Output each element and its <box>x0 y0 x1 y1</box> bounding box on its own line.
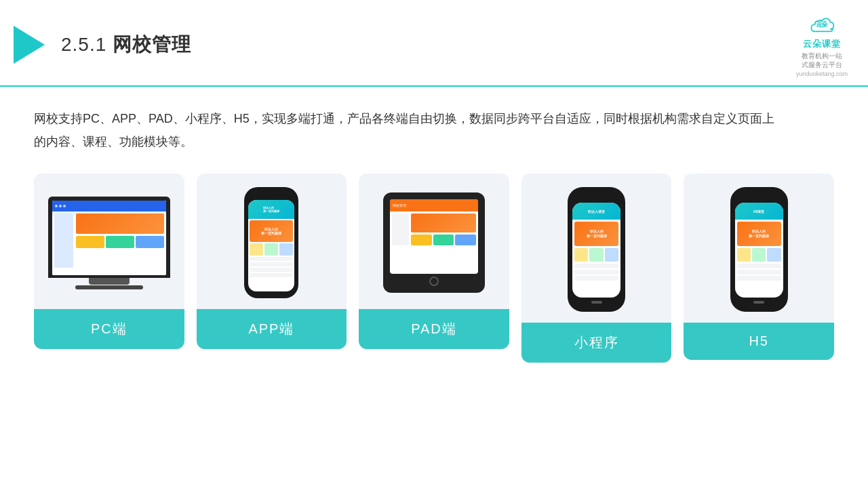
mini-phone-outer: 职达人课堂 职达人的第一堂判题课 <box>568 187 625 312</box>
main-content: 网校支持PC、APP、PAD、小程序、H5，实现多端打通，产品各终端自由切换，数… <box>0 87 868 376</box>
h5-phone-home-indicator <box>753 301 764 304</box>
device-card-pc: PC端 <box>34 174 184 349</box>
mini-phone-grid <box>574 248 618 262</box>
mini-phone-list-item <box>574 270 618 274</box>
device-cards-container: PC端 职达人的第一堂判题课 职达人的第一堂判题课 <box>34 174 834 363</box>
h5-phone-outer: H5课堂 职达人的第一堂判题课 <box>730 187 788 312</box>
pad-image-area: 网校管理 <box>359 174 509 309</box>
tablet-top-text: 网校管理 <box>393 203 475 207</box>
pc-dot <box>59 205 62 207</box>
tablet-top-bar: 网校管理 <box>390 199 478 211</box>
device-card-h5: H5课堂 职达人的第一堂判题课 <box>684 174 834 360</box>
h5-phone-list-item <box>737 270 781 274</box>
app-phone-mockup: 职达人的第一堂判题课 职达人的第一堂判题课 <box>244 187 298 298</box>
h5-phone-grid-item <box>767 248 781 262</box>
phone-screen-content: 职达人的第一堂判题课 <box>248 219 294 280</box>
phone-list-item <box>250 268 293 272</box>
pc-base <box>75 285 143 289</box>
tablet-body <box>390 211 478 247</box>
mini-phone-home-indicator <box>591 301 602 304</box>
logo-triangle-icon <box>14 26 45 64</box>
mini-phone-list <box>574 264 618 281</box>
description-text: 网校支持PC、APP、PAD、小程序、H5，实现多端打通，产品各终端自由切换，数… <box>34 107 780 153</box>
pc-card <box>76 236 104 248</box>
device-label-miniprogram: 小程序 <box>521 323 672 363</box>
phone-banner: 职达人的第一堂判题课 <box>250 220 293 242</box>
phone-list-item <box>250 257 293 261</box>
phone-banner-text: 职达人的第一堂判题课 <box>261 227 281 236</box>
miniprogram-phone-mockup: 职达人课堂 职达人的第一堂判题课 <box>568 187 625 312</box>
cloud-svg-icon: 云朵 <box>804 12 840 37</box>
mini-phone-top: 职达人课堂 <box>572 203 620 220</box>
h5-phone-banner: 职达人的第一堂判题课 <box>737 222 781 246</box>
page-title: 2.5.1 网校管理 <box>61 32 191 58</box>
h5-phone-top: H5课堂 <box>735 203 783 220</box>
brand-url: yunduoketang.com <box>796 70 848 77</box>
tablet-banner <box>411 214 476 232</box>
device-card-app: 职达人的第一堂判题课 职达人的第一堂判题课 <box>197 174 347 349</box>
mini-phone-banner: 职达人的第一堂判题课 <box>574 222 618 246</box>
pc-dot <box>63 205 66 207</box>
phone-screen-top: 职达人的第一堂判题课 <box>248 200 294 219</box>
pc-image-area <box>34 174 184 309</box>
h5-phone-mockup: H5课堂 职达人的第一堂判题课 <box>730 187 788 312</box>
device-card-miniprogram: 职达人课堂 职达人的第一堂判题课 <box>521 174 672 363</box>
phone-grid <box>250 243 293 256</box>
page-header: 2.5.1 网校管理 云朵 云朵课堂 教育机构一站 式服务云平台 yunduok… <box>0 0 868 87</box>
pc-card <box>136 236 164 248</box>
mini-phone-notch <box>589 195 605 199</box>
svg-text:云朵: 云朵 <box>816 21 829 28</box>
h5-phone-notch <box>751 195 767 199</box>
phone-notch <box>264 194 279 197</box>
mini-phone-list-item <box>574 276 618 281</box>
tablet-mockup: 网校管理 <box>383 192 485 293</box>
mini-phone-screen: 职达人课堂 职达人的第一堂判题课 <box>572 203 620 298</box>
h5-phone-grid-item <box>737 248 751 262</box>
phone-grid-item <box>279 243 293 256</box>
h5-phone-grid-item <box>752 248 766 262</box>
tablet-main <box>411 214 476 245</box>
mini-phone-grid-item <box>589 248 603 262</box>
device-label-pad: PAD端 <box>359 309 509 349</box>
device-card-pad: 网校管理 <box>359 174 509 349</box>
phone-list-item <box>250 273 293 277</box>
mini-phone-grid-item <box>574 248 588 262</box>
pc-main-area <box>76 214 164 268</box>
app-image-area: 职达人的第一堂判题课 职达人的第一堂判题课 <box>197 174 347 309</box>
device-label-app: APP端 <box>197 309 347 349</box>
mini-phone-body: 职达人的第一堂判题课 <box>572 220 620 283</box>
tablet-card <box>433 235 454 245</box>
brand-logo: 云朵 云朵课堂 教育机构一站 式服务云平台 yunduoketang.com <box>796 12 848 77</box>
pc-body-content <box>52 211 166 270</box>
device-label-h5: H5 <box>684 323 834 360</box>
brand-name: 云朵课堂 <box>803 38 841 50</box>
phone-list-item <box>250 262 293 266</box>
pc-stand <box>89 278 130 285</box>
phone-outer: 职达人的第一堂判题课 职达人的第一堂判题课 <box>244 187 298 298</box>
phone-grid-item <box>264 243 278 256</box>
h5-phone-list-item <box>737 264 781 268</box>
miniprogram-image-area: 职达人课堂 职达人的第一堂判题课 <box>521 174 672 323</box>
h5-phone-screen: H5课堂 职达人的第一堂判题课 <box>735 203 783 298</box>
h5-phone-list-item <box>737 276 781 281</box>
brand-slogan: 教育机构一站 式服务云平台 <box>802 52 842 69</box>
tablet-card <box>455 235 476 245</box>
tablet-outer: 网校管理 <box>383 192 485 293</box>
pc-screen-inner <box>52 201 166 275</box>
pc-screen-outer <box>48 197 170 278</box>
pc-banner <box>76 214 164 234</box>
tablet-home-button <box>429 277 439 286</box>
tablet-sidebar <box>392 214 409 245</box>
pc-cards <box>76 236 164 248</box>
phone-screen: 职达人的第一堂判题课 职达人的第一堂判题课 <box>248 200 294 291</box>
mini-phone-list-item <box>574 264 618 268</box>
pc-sidebar <box>54 214 73 268</box>
h5-phone-body: 职达人的第一堂判题课 <box>735 220 783 283</box>
device-label-pc: PC端 <box>34 309 184 349</box>
pc-dot <box>55 205 58 207</box>
mini-phone-grid-item <box>605 248 618 262</box>
mini-phone-banner-text: 职达人的第一堂判题课 <box>587 229 607 239</box>
tablet-screen: 网校管理 <box>390 199 478 274</box>
pc-card <box>106 236 134 248</box>
pc-top-bar <box>52 201 166 211</box>
